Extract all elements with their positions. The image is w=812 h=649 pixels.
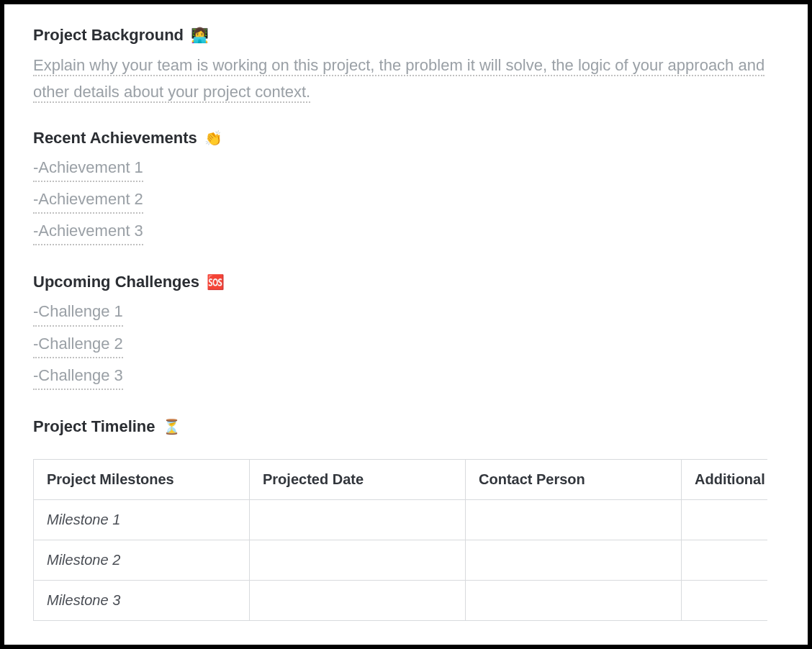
contact-cell[interactable] xyxy=(466,499,682,540)
list-item[interactable]: -Challenge 2 xyxy=(33,331,779,363)
project-timeline-section: Project Timeline ⏳ Project Milestones Pr… xyxy=(33,417,779,621)
upcoming-challenges-heading: Upcoming Challenges 🆘 xyxy=(33,273,779,291)
project-background-section: Project Background 👩‍💻 Explain why your … xyxy=(33,26,779,106)
timeline-table[interactable]: Project Milestones Projected Date Contac… xyxy=(33,459,767,621)
additional-cell[interactable] xyxy=(682,540,768,580)
col-contact-person: Contact Person xyxy=(466,459,682,499)
table-row[interactable]: Milestone 2 xyxy=(34,540,768,580)
achievements-list[interactable]: -Achievement 1 -Achievement 2 -Achieveme… xyxy=(33,155,779,250)
list-item[interactable]: -Achievement 2 xyxy=(33,186,779,218)
col-additional: Additional xyxy=(682,459,768,499)
achievement-placeholder[interactable]: -Achievement 2 xyxy=(33,186,143,214)
date-cell[interactable] xyxy=(250,580,466,620)
challenges-list[interactable]: -Challenge 1 -Challenge 2 -Challenge 3 xyxy=(33,299,779,394)
contact-cell[interactable] xyxy=(466,580,682,620)
date-cell[interactable] xyxy=(250,499,466,540)
challenge-placeholder[interactable]: -Challenge 3 xyxy=(33,363,123,390)
challenge-placeholder[interactable]: -Challenge 2 xyxy=(33,331,123,358)
recent-achievements-title: Recent Achievements xyxy=(33,129,197,147)
date-cell[interactable] xyxy=(250,540,466,580)
list-item[interactable]: -Achievement 3 xyxy=(33,218,779,250)
recent-achievements-section: Recent Achievements 👏 -Achievement 1 -Ac… xyxy=(33,129,779,250)
timeline-table-wrap: Project Milestones Projected Date Contac… xyxy=(33,443,767,621)
project-timeline-heading: Project Timeline ⏳ xyxy=(33,417,779,436)
upcoming-challenges-section: Upcoming Challenges 🆘 -Challenge 1 -Chal… xyxy=(33,273,779,394)
list-item[interactable]: -Challenge 1 xyxy=(33,299,779,330)
list-item[interactable]: -Achievement 1 xyxy=(33,155,779,186)
project-background-heading: Project Background 👩‍💻 xyxy=(33,26,779,45)
recent-achievements-heading: Recent Achievements 👏 xyxy=(33,129,779,148)
project-timeline-title: Project Timeline xyxy=(33,417,155,435)
additional-cell[interactable] xyxy=(682,580,768,620)
sos-icon: 🆘 xyxy=(207,274,225,290)
list-item[interactable]: -Challenge 3 xyxy=(33,363,779,394)
technologist-icon: 👩‍💻 xyxy=(191,27,209,43)
challenge-placeholder[interactable]: -Challenge 1 xyxy=(33,299,123,326)
milestone-cell[interactable]: Milestone 2 xyxy=(34,540,250,580)
project-background-placeholder[interactable]: Explain why your team is working on this… xyxy=(33,56,764,103)
table-header-row: Project Milestones Projected Date Contac… xyxy=(34,459,768,499)
table-row[interactable]: Milestone 1 xyxy=(34,499,768,540)
col-project-milestones: Project Milestones xyxy=(34,459,250,499)
upcoming-challenges-title: Upcoming Challenges xyxy=(33,273,199,291)
clap-icon: 👏 xyxy=(204,130,222,146)
col-projected-date: Projected Date xyxy=(250,459,466,499)
contact-cell[interactable] xyxy=(466,540,682,580)
achievement-placeholder[interactable]: -Achievement 3 xyxy=(33,218,143,245)
achievement-placeholder[interactable]: -Achievement 1 xyxy=(33,155,143,182)
milestone-cell[interactable]: Milestone 3 xyxy=(34,580,250,620)
additional-cell[interactable] xyxy=(682,499,768,540)
table-row[interactable]: Milestone 3 xyxy=(34,580,768,620)
project-background-body[interactable]: Explain why your team is working on this… xyxy=(33,52,779,106)
project-background-title: Project Background xyxy=(33,26,184,44)
hourglass-icon: ⏳ xyxy=(163,419,181,435)
milestone-cell[interactable]: Milestone 1 xyxy=(34,499,250,540)
